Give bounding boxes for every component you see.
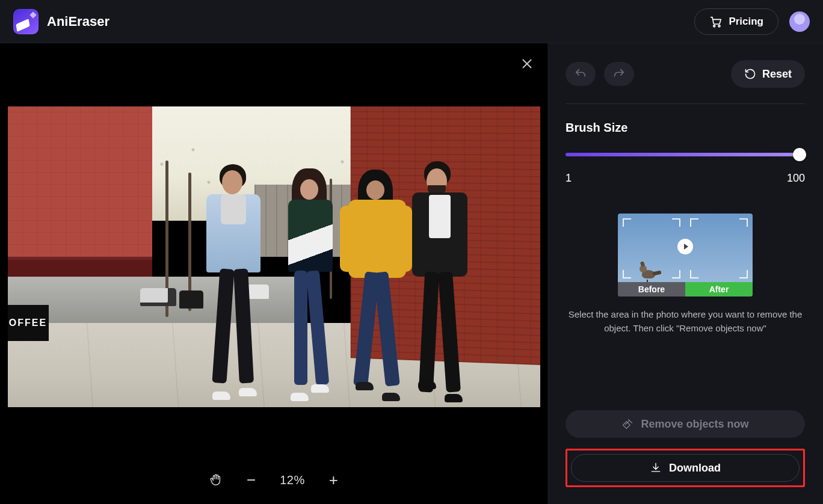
remove-objects-label: Remove objects now	[641, 418, 748, 431]
close-icon[interactable]	[520, 57, 534, 71]
avatar[interactable]	[789, 11, 810, 32]
pricing-button[interactable]: Pricing	[694, 8, 778, 35]
photo-canvas[interactable]: OFFEE	[8, 106, 540, 407]
preview-before-label: Before	[618, 282, 685, 297]
logo[interactable]: AniEraser	[13, 9, 109, 34]
undo-button[interactable]	[566, 62, 596, 86]
zoom-level: 12%	[280, 473, 305, 487]
brush-min: 1	[566, 172, 572, 185]
app-name: AniEraser	[47, 14, 109, 29]
brush-max: 100	[787, 172, 805, 185]
divider	[566, 103, 805, 104]
brush-size-label: Brush Size	[566, 121, 805, 135]
redo-button[interactable]	[604, 62, 634, 86]
canvas-pane: OFFEE	[0, 43, 547, 504]
download-icon	[650, 462, 662, 474]
reset-icon	[744, 68, 756, 80]
header: AniEraser Pricing	[0, 0, 823, 43]
zoom-in-button[interactable]: +	[329, 471, 338, 490]
download-highlight-box: Download	[566, 449, 805, 487]
brush-size-slider[interactable]	[566, 148, 805, 161]
logo-icon	[13, 9, 39, 34]
arrow-right-icon	[677, 239, 693, 254]
download-label: Download	[669, 462, 721, 475]
reset-button[interactable]: Reset	[731, 60, 805, 88]
help-text: Select the area in the photo where you w…	[566, 307, 805, 336]
redo-icon	[612, 67, 626, 81]
zoom-out-button[interactable]: −	[247, 471, 256, 490]
svg-point-1	[718, 25, 720, 26]
preview: Before After Select the area in the phot…	[566, 214, 805, 336]
sidebar: Reset Brush Size 1 100 Before	[547, 43, 823, 504]
pan-hand-icon[interactable]	[209, 473, 223, 487]
svg-point-0	[714, 25, 715, 26]
preview-after-label: After	[685, 282, 753, 297]
slider-thumb[interactable]	[793, 148, 806, 161]
image-holder: OFFEE	[7, 51, 540, 463]
zoom-bar: − 12% +	[7, 463, 540, 497]
pricing-label: Pricing	[729, 16, 763, 28]
remove-objects-button: Remove objects now	[566, 410, 805, 438]
coffee-sign-text: OFFEE	[8, 305, 49, 341]
cart-icon	[709, 15, 723, 28]
reset-label: Reset	[762, 68, 792, 81]
download-button[interactable]: Download	[571, 454, 800, 482]
undo-icon	[574, 67, 587, 81]
broom-icon	[621, 418, 633, 430]
